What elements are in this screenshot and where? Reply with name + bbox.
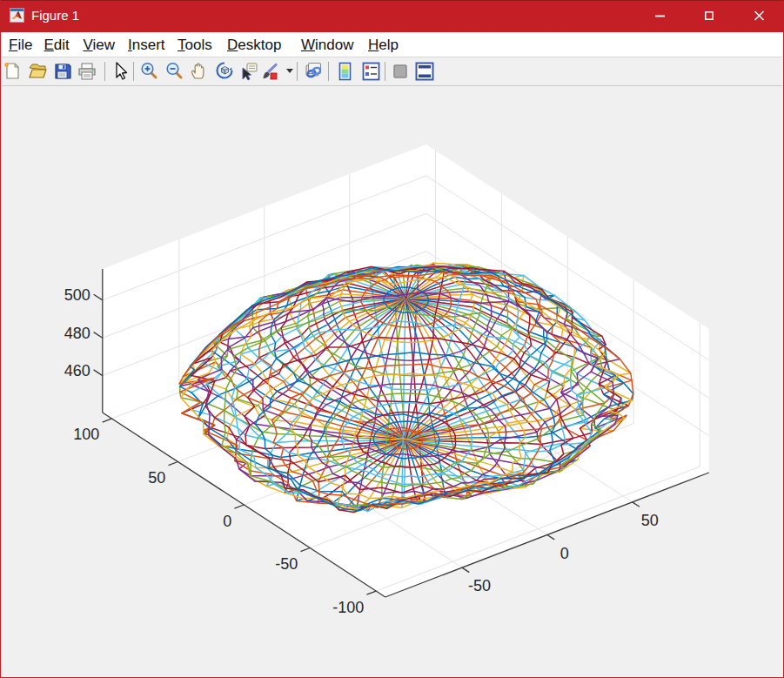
- svg-text:-100: -100: [332, 599, 364, 616]
- svg-text:-50: -50: [468, 577, 491, 594]
- svg-text:460: 460: [64, 362, 90, 379]
- svg-text:50: 50: [641, 512, 659, 529]
- svg-text:50: 50: [148, 469, 165, 487]
- svg-text:100: 100: [73, 426, 99, 443]
- svg-text:500: 500: [64, 286, 90, 304]
- svg-text:0: 0: [223, 513, 231, 530]
- svg-text:-50: -50: [275, 555, 298, 573]
- svg-text:0: 0: [560, 545, 569, 562]
- svg-text:480: 480: [64, 325, 90, 342]
